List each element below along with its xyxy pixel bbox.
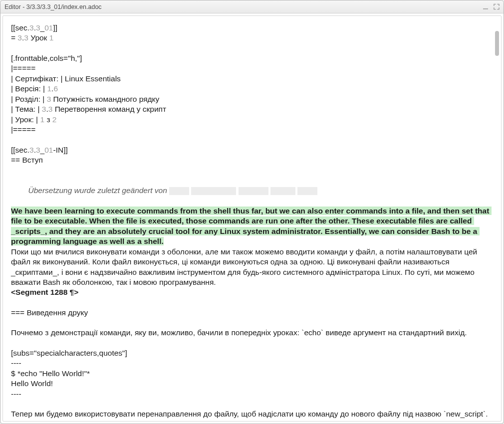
blank-line — [11, 43, 491, 53]
editor-window: Editor - 3/3.3/3.3_01/index.en.adoc [[se… — [0, 0, 504, 424]
blank-line — [11, 399, 491, 409]
titlebar[interactable]: Editor - 3/3.3/3.3_01/index.en.adoc — [0, 0, 504, 13]
text-line: == Вступ — [11, 155, 491, 165]
window-title: Editor - 3/3.3/3.3_01/index.en.adoc — [4, 3, 102, 10]
editor-content-wrap: [[sec.3.3_01]] = 3.3 Урок 1 [.fronttable… — [2, 15, 502, 422]
text-line: ---- — [11, 389, 491, 399]
segment-marker: <Segment 1288 ¶> — [11, 287, 491, 297]
redacted-block — [297, 187, 317, 195]
redacted-block — [270, 187, 295, 195]
editor-textarea[interactable]: [[sec.3.3_01]] = 3.3 Урок 1 [.fronttable… — [3, 16, 501, 421]
maximize-icon[interactable] — [494, 4, 500, 10]
redacted-block — [239, 187, 268, 195]
redacted-block — [169, 187, 189, 195]
text-line: | Урок: | 1 з 2 — [11, 115, 491, 125]
svg-rect-0 — [483, 8, 488, 9]
text-line: |===== — [11, 63, 491, 73]
text-line: | Версія: | 1.6 — [11, 84, 491, 94]
text-line: Тепер ми будемо використовувати перенапр… — [11, 409, 491, 419]
blank-line — [11, 318, 491, 328]
meta-line: Übersetzung wurde zuletzt geändert von — [11, 175, 491, 206]
blank-line — [11, 298, 491, 308]
scrollbar-thumb[interactable] — [495, 31, 499, 56]
text-line: [[sec.3.3_01-IN]] — [11, 145, 491, 155]
blank-line — [11, 135, 491, 145]
highlighted-source: We have been learning to execute command… — [11, 207, 492, 245]
translation-segment: Поки що ми вчилися виконувати команди з … — [11, 247, 491, 288]
text-line: Почнемо з демонстрації команди, яку ви, … — [11, 328, 491, 338]
text-line: $ *echo "Hello World!"* — [11, 369, 491, 379]
text-line: === Виведення друку — [11, 308, 491, 318]
text-line: = 3.3 Урок 1 — [11, 33, 491, 43]
window-controls — [483, 4, 500, 10]
text-line: | Тема: | 3.3 Перетворення команд у скри… — [11, 104, 491, 114]
source-segment: We have been learning to execute command… — [11, 206, 491, 247]
text-line: ---- — [11, 358, 491, 368]
text-line: | Розділ: | 3 Потужність командного рядк… — [11, 94, 491, 104]
text-line: [.fronttable,cols="h,"] — [11, 53, 491, 63]
blank-line — [11, 338, 491, 348]
text-line: [[sec.3.3_01]] — [11, 23, 491, 33]
blank-line — [11, 165, 491, 175]
text-line: | Сертифікат: | Linux Essentials — [11, 74, 491, 84]
text-line: Hello World! — [11, 379, 491, 389]
text-line: |===== — [11, 125, 491, 135]
text-line: [subs="specialcharacters,quotes"] — [11, 348, 491, 358]
scrollbar-track[interactable] — [495, 17, 500, 420]
change-author-label: Übersetzung wurde zuletzt geändert von — [28, 186, 169, 195]
minimize-icon[interactable] — [483, 4, 489, 10]
redacted-block — [191, 187, 236, 195]
